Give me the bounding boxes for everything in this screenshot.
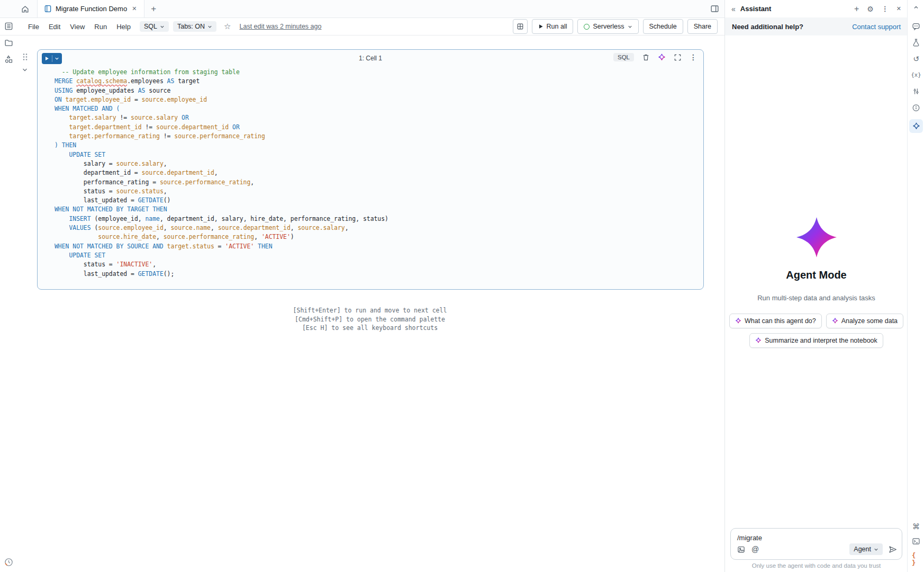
code-line[interactable]: last_updated = GETDATE() [55, 196, 388, 205]
code-line[interactable]: WHEN NOT MATCHED BY TARGET THEN [55, 205, 388, 214]
assistant-sparkle-icon[interactable] [658, 53, 666, 61]
folder-icon[interactable] [4, 38, 13, 47]
code-line[interactable]: target.performance_rating != source.perf… [55, 132, 388, 141]
gear-icon[interactable]: ⚙ [867, 5, 874, 13]
tabs-toggle[interactable]: Tabs: ON [173, 21, 216, 32]
close-panel-icon[interactable]: ✕ [896, 5, 901, 12]
chevron-down-icon [160, 24, 165, 29]
menu-view[interactable]: View [65, 21, 89, 33]
code-line[interactable]: status = source.status, [55, 187, 388, 196]
code-line[interactable]: USING employee_updates AS source [55, 86, 388, 95]
code-line[interactable]: department_id = source.department_id, [55, 168, 388, 177]
code-line[interactable]: last_updated = GETDATE(); [55, 270, 388, 279]
input-right-controls: Agent [849, 543, 897, 555]
run-cell-button[interactable] [42, 53, 62, 64]
menu-edit[interactable]: Edit [44, 21, 65, 33]
experiments-flask-icon[interactable] [912, 38, 920, 47]
menu-bar: File Edit View Run Help SQL Tabs: ON ☆ L… [23, 21, 321, 33]
run-options-chevron-icon[interactable] [52, 56, 61, 61]
help-banner: Need additional help? Contact support [725, 17, 908, 35]
dashboard-grid-icon[interactable] [513, 19, 528, 34]
assistant-input-controls: @ Agent [737, 543, 897, 555]
schedule-button[interactable]: Schedule [643, 19, 683, 34]
variables-icon[interactable]: {x} [911, 72, 921, 78]
code-line[interactable]: status = 'INACTIVE', [55, 260, 388, 269]
code-line[interactable]: performance_rating = source.performance_… [55, 178, 388, 187]
cell-language-badge[interactable]: SQL [613, 53, 634, 61]
code-line[interactable]: WHEN NOT MATCHED BY SOURCE AND target.st… [55, 242, 388, 251]
code-editor[interactable]: -- Update employee information from stag… [55, 68, 388, 279]
sparkle-icon [832, 318, 838, 324]
notebook-tab[interactable]: Migrate Function Demo ✕ [37, 0, 144, 17]
cell-actions: SQL ⋮ [613, 53, 697, 61]
last-edit-status[interactable]: Last edit was 2 minutes ago [240, 23, 322, 30]
code-line[interactable]: -- Update employee information from stag… [55, 68, 388, 77]
comments-icon[interactable] [912, 22, 920, 31]
cell-drag-handle[interactable] [22, 53, 28, 61]
new-tab-button[interactable]: + [151, 4, 156, 13]
favorite-star-icon[interactable]: ☆ [224, 22, 231, 31]
mode-selector[interactable]: Agent [849, 543, 883, 555]
home-icon[interactable] [21, 4, 30, 13]
code-line[interactable]: UPDATE SET [55, 150, 388, 159]
panel-layout-icon[interactable] [710, 4, 719, 13]
collapse-rail-chevron-icon[interactable] [913, 4, 919, 11]
tab-close-icon[interactable]: ✕ [131, 5, 138, 12]
code-line[interactable]: ) THEN [55, 141, 388, 150]
code-line[interactable]: ON target.employee_id = source.employee_… [55, 95, 388, 104]
assistant-disclaimer: Only use the agent with code and data yo… [725, 562, 908, 569]
suggestion-summarize-notebook[interactable]: Summarize and interpret the notebook [749, 333, 883, 348]
terminal-icon[interactable] [912, 537, 920, 546]
menu-file[interactable]: File [23, 21, 44, 33]
delete-cell-icon[interactable] [642, 53, 650, 61]
suggestion-what-can-agent-do[interactable]: What can this agent do? [729, 314, 822, 328]
code-line[interactable]: target.salary != source.salary OR [55, 113, 388, 122]
code-line[interactable]: WHEN MATCHED AND ( [55, 104, 388, 113]
notebook-cell[interactable]: 1: Cell 1 SQL ⋮ -- Update employee infor… [37, 49, 704, 290]
code-line[interactable]: UPDATE SET [55, 251, 388, 260]
kebab-menu-icon[interactable]: ⋮ [882, 5, 889, 13]
mention-icon[interactable]: @ [751, 545, 759, 553]
suggestion-analyze-data[interactable]: Analyze some data [826, 314, 903, 328]
collapse-panel-icon[interactable]: « [731, 5, 736, 13]
code-line[interactable]: source.hire_date, source.performance_rat… [55, 233, 388, 242]
suggestion-buttons: What can this agent do? Analyze some dat… [729, 314, 903, 348]
assistant-panel: « Assistant + ⚙ ⋮ ✕ Need additional help… [724, 0, 908, 572]
menu-run[interactable]: Run [89, 21, 112, 33]
new-chat-icon[interactable]: + [854, 4, 859, 14]
code-line[interactable]: VALUES (source.employee_id, source.name,… [55, 224, 388, 233]
code-line[interactable]: salary = source.salary, [55, 159, 388, 168]
assistant-rail-icon-selected[interactable] [909, 119, 923, 133]
menu-help[interactable]: Help [112, 21, 135, 33]
compute-status-icon [584, 24, 590, 30]
cell-menu-kebab-icon[interactable]: ⋮ [690, 53, 697, 61]
clock-status-icon[interactable] [4, 557, 13, 567]
send-icon[interactable] [888, 545, 897, 554]
table-of-contents-icon[interactable] [4, 21, 13, 31]
compute-selector[interactable]: Serverless [577, 19, 638, 34]
assistant-input-box[interactable]: /migrate @ Agent [730, 528, 902, 560]
chevron-down-icon [628, 24, 632, 29]
code-line[interactable]: target.department_id != source.departmen… [55, 123, 388, 132]
contact-support-link[interactable]: Contact support [852, 23, 901, 31]
code-line[interactable]: MERGE catalog.schema.employees AS target [55, 77, 388, 86]
chevron-down-icon [874, 547, 878, 552]
run-all-button[interactable]: Run all [532, 19, 574, 34]
command-palette-icon[interactable]: ⌘ [912, 522, 920, 531]
cell-title: 1: Cell 1 [359, 55, 382, 62]
version-history-icon[interactable]: ↺ [913, 55, 919, 63]
agent-mode-section: Agent Mode Run multi-step data and analy… [725, 215, 908, 348]
code-line[interactable]: INSERT (employee_id, name, department_id… [55, 215, 388, 224]
assistant-input-value[interactable]: /migrate [737, 534, 895, 542]
play-icon[interactable] [42, 56, 52, 61]
environment-braces-icon[interactable]: { } [912, 552, 920, 567]
expand-cell-icon[interactable] [674, 53, 682, 61]
language-selector[interactable]: SQL [140, 21, 169, 32]
settings-sliders-icon[interactable] [912, 87, 920, 95]
share-button[interactable]: Share [687, 19, 718, 34]
tab-bar: Migrate Function Demo ✕ + [0, 0, 724, 18]
attach-image-icon[interactable] [737, 546, 745, 553]
workflow-shapes-icon[interactable] [4, 54, 13, 64]
cell-collapse-chevron-icon[interactable] [22, 67, 28, 73]
info-icon[interactable] [912, 104, 920, 112]
